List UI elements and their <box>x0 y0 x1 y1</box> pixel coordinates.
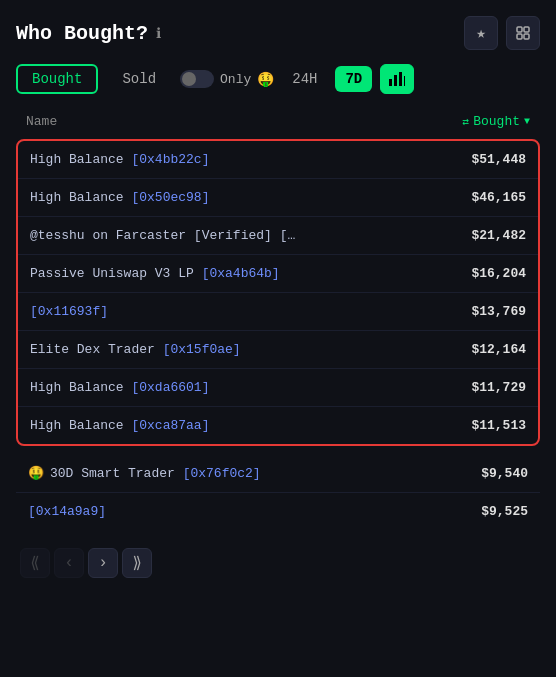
page-header: Who Bought? ℹ ★ <box>16 16 540 50</box>
toggle-label: Only <box>220 72 251 87</box>
row-value: $51,448 <box>471 152 526 167</box>
row-name: High Balance [0x50ec98] <box>30 190 209 205</box>
svg-rect-1 <box>524 27 529 32</box>
row-name: [0x11693f] <box>30 304 108 319</box>
header-left: Who Bought? ℹ <box>16 22 161 45</box>
header-right: ★ <box>464 16 540 50</box>
row-value: $46,165 <box>471 190 526 205</box>
table-row[interactable]: 🤑30D Smart Trader [0x76f0c2] $9,540 <box>16 454 540 493</box>
row-name: High Balance [0xda6601] <box>30 380 209 395</box>
row-value: $9,525 <box>481 504 528 519</box>
svg-rect-5 <box>394 75 397 86</box>
table-row[interactable]: High Balance [0x50ec98] $46,165 <box>18 179 538 217</box>
row-value: $12,164 <box>471 342 526 357</box>
highlighted-table: High Balance [0x4bb22c] $51,448 High Bal… <box>16 139 540 446</box>
svg-rect-6 <box>399 72 402 86</box>
tab-bought[interactable]: Bought <box>16 64 98 94</box>
table-row[interactable]: Elite Dex Trader [0x15f0ae] $12,164 <box>18 331 538 369</box>
table-row[interactable]: High Balance [0xca87aa] $11,513 <box>18 407 538 444</box>
row-value: $9,540 <box>481 466 528 481</box>
svg-rect-0 <box>517 27 522 32</box>
table-row[interactable]: High Balance [0xda6601] $11,729 <box>18 369 538 407</box>
toolbar: Bought Sold Only 🤑 24H 7D <box>16 64 540 94</box>
next-page-button[interactable]: › <box>88 548 118 578</box>
row-name: High Balance [0x4bb22c] <box>30 152 209 167</box>
svg-rect-7 <box>404 76 405 86</box>
row-value: $11,513 <box>471 418 526 433</box>
row-name: Passive Uniswap V3 LP [0xa4b64b] <box>30 266 280 281</box>
row-name: 🤑30D Smart Trader [0x76f0c2] <box>28 465 261 481</box>
row-value: $16,204 <box>471 266 526 281</box>
star-button[interactable]: ★ <box>464 16 498 50</box>
col-bought-header[interactable]: ⇄ Bought ▼ <box>463 114 530 129</box>
table-row[interactable]: [0x11693f] $13,769 <box>18 293 538 331</box>
row-name: @tesshu on Farcaster [Verified] [… <box>30 228 295 243</box>
col-name-header: Name <box>26 114 57 129</box>
row-value: $21,482 <box>471 228 526 243</box>
table-header: Name ⇄ Bought ▼ <box>16 108 540 135</box>
row-name: [0x14a9a9] <box>28 504 106 519</box>
last-page-button[interactable]: ⟫ <box>122 548 152 578</box>
page-title: Who Bought? <box>16 22 148 45</box>
table-row[interactable]: [0x14a9a9] $9,525 <box>16 493 540 530</box>
table-row[interactable]: Passive Uniswap V3 LP [0xa4b64b] $16,204 <box>18 255 538 293</box>
row-name: Elite Dex Trader [0x15f0ae] <box>30 342 241 357</box>
expand-button[interactable] <box>506 16 540 50</box>
svg-rect-2 <box>517 34 522 39</box>
table-row[interactable]: @tesshu on Farcaster [Verified] [… $21,4… <box>18 217 538 255</box>
toggle-emoji: 🤑 <box>257 71 274 88</box>
first-page-button[interactable]: ⟪ <box>20 548 50 578</box>
table-row[interactable]: High Balance [0x4bb22c] $51,448 <box>18 141 538 179</box>
toggle-wrap: Only 🤑 <box>180 70 274 88</box>
time-24h-button[interactable]: 24H <box>282 66 327 92</box>
row-value: $13,769 <box>471 304 526 319</box>
svg-rect-3 <box>524 34 529 39</box>
row-value: $11,729 <box>471 380 526 395</box>
prev-page-button[interactable]: ‹ <box>54 548 84 578</box>
tab-sold[interactable]: Sold <box>106 64 172 94</box>
pagination: ⟪ ‹ › ⟫ <box>16 538 540 578</box>
only-toggle[interactable] <box>180 70 214 88</box>
info-icon[interactable]: ℹ <box>156 25 161 42</box>
time-7d-button[interactable]: 7D <box>335 66 372 92</box>
row-name: High Balance [0xca87aa] <box>30 418 209 433</box>
chart-view-button[interactable] <box>380 64 414 94</box>
extra-rows: 🤑30D Smart Trader [0x76f0c2] $9,540 [0x1… <box>16 454 540 530</box>
svg-rect-4 <box>389 79 392 86</box>
